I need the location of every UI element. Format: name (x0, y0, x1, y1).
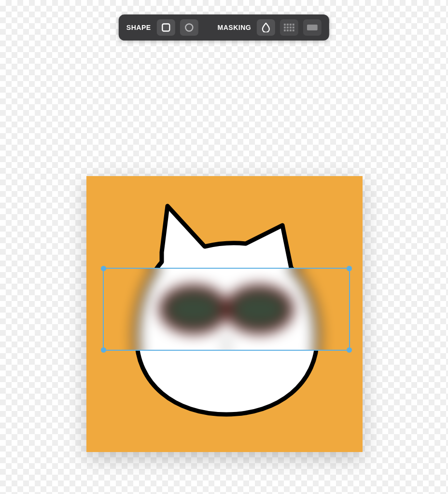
svg-rect-3 (287, 24, 289, 26)
resize-handle-top-right[interactable] (347, 266, 352, 271)
mask-solid-button[interactable] (303, 19, 322, 36)
svg-rect-5 (293, 24, 294, 26)
svg-rect-7 (287, 27, 289, 28)
svg-rect-10 (284, 29, 286, 31)
svg-rect-14 (307, 25, 318, 30)
masking-label: MASKING (218, 24, 252, 31)
svg-rect-8 (290, 27, 292, 28)
circle-icon (184, 23, 194, 32)
shape-label: SHAPE (126, 24, 151, 31)
svg-rect-13 (293, 29, 294, 31)
blur-icon (262, 23, 270, 32)
svg-rect-12 (290, 29, 292, 31)
svg-rect-2 (284, 24, 286, 26)
resize-handle-top-left[interactable] (101, 266, 106, 271)
selection-box[interactable] (103, 268, 350, 351)
rectangle-icon (161, 23, 171, 32)
svg-rect-6 (284, 27, 286, 28)
resize-handle-bottom-left[interactable] (101, 347, 106, 353)
resize-handle-bottom-right[interactable] (347, 347, 352, 353)
svg-rect-0 (162, 24, 169, 31)
shape-rectangle-button[interactable] (157, 19, 175, 36)
pixelate-icon (284, 24, 294, 31)
svg-rect-4 (290, 24, 292, 26)
svg-rect-11 (287, 29, 289, 31)
toolbar: SHAPE MASKING (119, 14, 329, 41)
mask-blur-button[interactable] (257, 19, 275, 36)
mask-pixelate-button[interactable] (280, 19, 298, 36)
svg-rect-9 (293, 27, 294, 28)
shape-circle-button[interactable] (180, 19, 198, 36)
solid-icon (307, 25, 318, 30)
svg-point-1 (185, 24, 193, 31)
